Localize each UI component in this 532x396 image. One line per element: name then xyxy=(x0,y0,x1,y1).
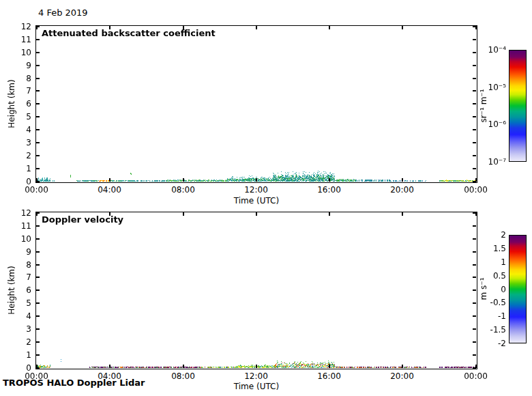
colorbar-tick-label: -1.5 xyxy=(476,325,506,335)
y-tick-label: 12 xyxy=(8,22,31,31)
y-tick-label: 8 xyxy=(8,74,31,83)
y-tick-mark xyxy=(473,225,476,227)
y-tick-label: 10 xyxy=(8,234,31,244)
y-tick-label: 2 xyxy=(8,337,31,347)
x-tick-mark xyxy=(183,365,184,368)
velocity-x-axis-label: Time (UTC) xyxy=(234,382,279,391)
y-tick-mark xyxy=(36,142,40,143)
y-tick-label: 2 xyxy=(8,151,31,160)
y-tick-mark xyxy=(36,65,40,66)
x-tick-label: 20:00 xyxy=(390,371,414,381)
x-tick-mark xyxy=(329,178,330,182)
colorbar-tick-label: 10⁻⁴ xyxy=(476,45,506,55)
y-tick-mark xyxy=(473,212,476,214)
backscatter-colorbar-unit: sr⁻¹ m⁻¹ xyxy=(479,65,490,147)
y-tick-label: 7 xyxy=(8,86,31,96)
y-tick-mark xyxy=(473,354,476,356)
y-tick-mark xyxy=(36,168,40,169)
y-tick-label: 4 xyxy=(8,125,31,135)
y-tick-label: 9 xyxy=(8,61,31,70)
x-tick-label: 12:00 xyxy=(244,185,268,195)
x-tick-mark xyxy=(402,365,403,368)
x-tick-label: 00:00 xyxy=(25,371,48,381)
x-tick-label: 00:00 xyxy=(464,185,488,195)
y-tick-mark xyxy=(36,302,40,304)
backscatter-x-axis-label: Time (UTC) xyxy=(234,196,279,206)
colorbar-tick-label: 10⁻⁶ xyxy=(476,119,506,129)
colorbar-tick-label: 10⁻⁷ xyxy=(476,157,506,167)
x-tick-label: 04:00 xyxy=(98,185,121,195)
y-tick-mark xyxy=(36,90,40,91)
y-tick-mark xyxy=(36,52,40,53)
y-tick-mark xyxy=(473,155,476,156)
x-tick-mark xyxy=(329,212,330,216)
y-tick-mark xyxy=(36,26,40,27)
x-tick-mark xyxy=(183,26,184,29)
y-tick-mark xyxy=(36,277,40,278)
y-tick-mark xyxy=(36,129,40,130)
x-tick-mark xyxy=(256,178,257,182)
velocity-panel: Doppler velocity xyxy=(35,212,477,369)
y-tick-label: 6 xyxy=(8,99,31,109)
y-tick-mark xyxy=(36,181,40,182)
y-tick-mark xyxy=(36,78,40,79)
y-tick-mark xyxy=(473,26,476,27)
y-tick-mark xyxy=(36,264,40,266)
y-tick-mark xyxy=(473,181,476,182)
y-tick-label: 3 xyxy=(8,138,31,147)
backscatter-panel-title: Attenuated backscatter coefficient xyxy=(42,28,216,38)
x-tick-mark xyxy=(402,26,403,29)
x-tick-mark xyxy=(183,212,184,216)
y-tick-mark xyxy=(36,212,40,214)
x-tick-mark xyxy=(109,212,110,216)
y-tick-label: 11 xyxy=(8,35,31,44)
y-tick-mark xyxy=(36,116,40,117)
y-tick-mark xyxy=(36,155,40,156)
y-tick-mark xyxy=(473,103,476,104)
y-tick-mark xyxy=(36,238,40,240)
y-tick-mark xyxy=(473,142,476,143)
velocity-panel-title: Doppler velocity xyxy=(42,214,123,225)
y-tick-label: 9 xyxy=(8,247,31,257)
colorbar-tick-label: -0.5 xyxy=(476,298,506,307)
colorbar-tick-label: 1.5 xyxy=(476,244,506,253)
y-tick-mark xyxy=(473,168,476,169)
y-tick-label: 0 xyxy=(8,363,31,373)
y-tick-label: 1 xyxy=(8,164,31,173)
y-tick-label: 8 xyxy=(8,260,31,270)
y-tick-label: 1 xyxy=(8,350,31,360)
colorbar-tick-label: 0.5 xyxy=(476,271,506,281)
y-tick-mark xyxy=(473,65,476,66)
colorbar-tick-label: 0 xyxy=(476,285,506,294)
backscatter-colorbar xyxy=(509,50,527,162)
y-tick-mark xyxy=(36,328,40,330)
x-tick-mark xyxy=(402,178,403,182)
lidar-quicklook-figure: 4 Feb 2019 Attenuated backscatter coeffi… xyxy=(0,0,532,396)
colorbar-tick-label: 10⁻⁵ xyxy=(476,83,506,92)
colorbar-tick-label: 2 xyxy=(476,230,506,240)
x-tick-mark xyxy=(109,365,110,368)
x-tick-label: 08:00 xyxy=(171,185,195,195)
y-tick-mark xyxy=(36,341,40,343)
y-tick-mark xyxy=(36,39,40,40)
y-tick-label: 5 xyxy=(8,112,31,122)
date-title: 4 Feb 2019 xyxy=(38,8,88,18)
y-tick-mark xyxy=(473,367,476,369)
x-tick-mark xyxy=(402,212,403,216)
x-tick-label: 20:00 xyxy=(390,185,414,195)
y-tick-label: 6 xyxy=(8,285,31,295)
x-tick-mark xyxy=(109,178,110,182)
y-tick-mark xyxy=(36,354,40,356)
y-tick-mark xyxy=(36,103,40,104)
y-tick-label: 4 xyxy=(8,311,31,321)
y-tick-mark xyxy=(36,367,40,369)
colorbar-tick-label: -2 xyxy=(476,339,506,348)
y-tick-mark xyxy=(36,251,40,253)
y-tick-mark xyxy=(473,78,476,79)
x-tick-label: 00:00 xyxy=(464,371,488,381)
x-tick-mark xyxy=(329,26,330,29)
x-tick-label: 04:00 xyxy=(98,371,121,381)
x-tick-mark xyxy=(256,26,257,29)
x-tick-label: 12:00 xyxy=(244,371,268,381)
backscatter-heatmap-canvas xyxy=(36,26,476,182)
